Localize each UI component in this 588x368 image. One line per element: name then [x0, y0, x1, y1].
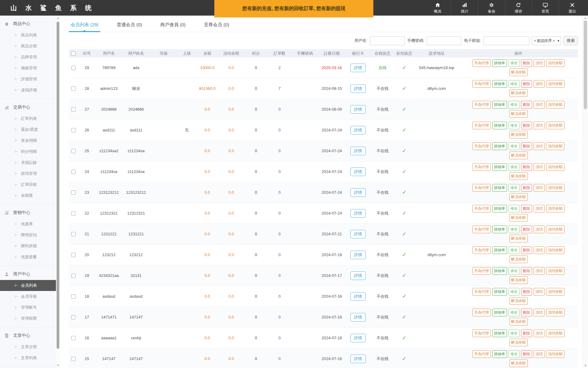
delete-button[interactable]: 刪除 — [521, 350, 532, 358]
member-orders-link[interactable]: 0 — [268, 128, 291, 132]
edit-button[interactable]: 修改 — [508, 205, 520, 212]
sidebar-item-会员等级[interactable]: ⊢会员等级 — [0, 291, 56, 302]
freeze-balance-button[interactable]: 冻结余額 — [546, 267, 564, 275]
topnav-stats[interactable]: 统计 — [451, 0, 478, 16]
page-scroll-up-icon[interactable]: ▲ — [583, 17, 588, 20]
delete-button[interactable]: 刪除 — [521, 184, 532, 192]
promote-agent-button[interactable]: 升為代理 — [472, 288, 491, 296]
member-orders-link[interactable]: 0 — [268, 336, 291, 340]
row-checkbox[interactable] — [71, 86, 76, 91]
unfreeze-balance-button[interactable]: 解冻余額 — [509, 276, 528, 284]
sidebar-item-商品列表[interactable]: ⊢商品列表 — [0, 30, 56, 41]
freeze-balance-button[interactable]: 冻结余額 — [546, 246, 564, 254]
edit-button[interactable]: 修改 — [508, 246, 520, 254]
email-input[interactable] — [483, 36, 529, 45]
edit-button[interactable]: 修改 — [508, 309, 520, 316]
unfreeze-balance-button[interactable]: 解冻余額 — [509, 235, 528, 242]
delete-button[interactable]: 刪除 — [521, 267, 532, 275]
username-input[interactable] — [370, 36, 405, 45]
member-orders-link[interactable]: 0 — [268, 252, 291, 257]
cart-button[interactable]: 購物車 — [492, 267, 507, 275]
sidebar-item-优惠券[interactable]: ⊢优惠券 — [0, 219, 56, 230]
member-orders-link[interactable]: 2 — [268, 65, 291, 70]
member-orders-link[interactable]: 0 — [268, 169, 291, 174]
freeze-button[interactable]: 冻结 — [534, 288, 545, 296]
cart-button[interactable]: 購物車 — [492, 205, 507, 212]
unfreeze-balance-button[interactable]: 解冻余額 — [509, 193, 528, 201]
edit-button[interactable]: 修改 — [508, 329, 520, 337]
sidebar-section-营销中心[interactable]: 营销中心 — [0, 207, 56, 219]
delete-button[interactable]: 刪除 — [521, 205, 532, 212]
member-orders-link[interactable]: 0 — [268, 273, 291, 278]
promote-agent-button[interactable]: 升為代理 — [472, 350, 491, 358]
edit-button[interactable]: 修改 — [508, 142, 520, 150]
unfreeze-balance-button[interactable]: 解冻余額 — [509, 131, 528, 138]
bank-details-button[interactable]: 詳情 — [350, 230, 366, 238]
sidebar-item-充值記錄[interactable]: ⊢充值記錄 — [0, 157, 56, 168]
tab-会员列表 (29)[interactable]: 会员列表 (29) — [69, 22, 100, 32]
sidebar-item-提現管理[interactable]: ⊢提現管理 — [0, 168, 56, 179]
promote-agent-button[interactable]: 升為代理 — [472, 309, 491, 316]
row-checkbox[interactable] — [71, 211, 76, 215]
sidebar-section-文章中心[interactable]: 文章中心 — [0, 330, 56, 341]
bank-details-button[interactable]: 詳情 — [350, 167, 366, 176]
delete-button[interactable]: 刪除 — [521, 142, 532, 150]
tab-商戶會員 (0)[interactable]: 商戶會員 (0) — [158, 22, 187, 32]
freeze-balance-button[interactable]: 冻结余額 — [546, 184, 564, 192]
freeze-button[interactable]: 冻结 — [534, 59, 545, 67]
promote-agent-button[interactable]: 升為代理 — [472, 267, 491, 275]
cart-button[interactable]: 購物車 — [492, 350, 507, 358]
delete-button[interactable]: 刪除 — [521, 329, 532, 337]
bank-details-button[interactable]: 詳情 — [350, 64, 366, 72]
sidebar-item-资金明细[interactable]: ⊢资金明细 — [0, 135, 56, 146]
freeze-balance-button[interactable]: 冻结余額 — [546, 80, 564, 88]
cart-button[interactable]: 購物車 — [492, 122, 507, 129]
bank-details-button[interactable]: 詳情 — [350, 251, 366, 259]
freeze-button[interactable]: 冻结 — [534, 309, 545, 316]
sidebar-item-会员列表[interactable]: ⊢会员列表 — [0, 280, 56, 291]
sidebar-item-品牌管理[interactable]: ⊢品牌管理 — [0, 52, 56, 63]
unfreeze-balance-button[interactable]: 解冻余額 — [509, 339, 528, 346]
member-orders-link[interactable]: 0 — [268, 211, 291, 215]
topnav-home[interactable]: 概况 — [424, 0, 451, 16]
cart-button[interactable]: 購物車 — [492, 101, 507, 109]
edit-button[interactable]: 修改 — [508, 80, 520, 88]
tab-至尊会员 (0)[interactable]: 至尊会员 (0) — [202, 22, 231, 32]
member-orders-link[interactable]: 0 — [268, 356, 291, 361]
tab-普通会员 (0)[interactable]: 普通会员 (0) — [115, 22, 144, 32]
sidebar-item-管理权限[interactable]: ⊢管理权限 — [0, 313, 56, 324]
freeze-button[interactable]: 冻结 — [534, 329, 545, 337]
cart-button[interactable]: 購物車 — [492, 246, 507, 254]
row-checkbox[interactable] — [71, 357, 76, 361]
sidebar-item-余額寶[interactable]: ⊢余額寶 — [0, 190, 56, 201]
select-all-checkbox[interactable] — [71, 51, 76, 56]
freeze-balance-button[interactable]: 冻结余額 — [546, 59, 564, 67]
bank-details-button[interactable]: 詳情 — [350, 334, 366, 342]
freeze-button[interactable]: 冻结 — [534, 205, 545, 212]
promote-agent-button[interactable]: 升為代理 — [472, 101, 491, 109]
edit-button[interactable]: 修改 — [508, 184, 520, 192]
sidebar-item-文章列表[interactable]: ⊢文章列表 — [0, 352, 56, 363]
member-orders-link[interactable]: 0 — [268, 149, 291, 153]
unfreeze-balance-button[interactable]: 解冻余額 — [509, 110, 528, 118]
row-checkbox[interactable] — [71, 336, 76, 340]
edit-button[interactable]: 修改 — [508, 122, 520, 129]
promote-agent-button[interactable]: 升為代理 — [472, 59, 491, 67]
sidebar-scrollbar-thumb[interactable] — [57, 22, 59, 349]
unfreeze-balance-button[interactable]: 解冻余額 — [509, 172, 528, 180]
topnav-refresh[interactable]: 缓存 — [505, 0, 532, 16]
promote-agent-button[interactable]: 升為代理 — [472, 329, 491, 337]
sidebar-scroll-up-icon[interactable]: ▲ — [56, 17, 60, 20]
row-checkbox[interactable] — [71, 274, 76, 278]
delete-button[interactable]: 刪除 — [521, 288, 532, 296]
sidebar-section-用戶中心[interactable]: 用戶中心 — [0, 268, 56, 280]
bank-details-button[interactable]: 詳情 — [350, 188, 366, 197]
unfreeze-balance-button[interactable]: 解冻余額 — [509, 359, 528, 367]
unfreeze-balance-button[interactable]: 解冻余額 — [509, 152, 528, 159]
edit-button[interactable]: 修改 — [508, 226, 520, 233]
sidebar-item-商品分類[interactable]: ⊢商品分類 — [0, 41, 56, 52]
freeze-button[interactable]: 冻结 — [534, 246, 545, 254]
member-orders-link[interactable]: 0 — [268, 107, 291, 112]
sidebar-item-文章分類[interactable]: ⊢文章分類 — [0, 341, 56, 352]
search-button[interactable]: 搜索 — [564, 36, 578, 45]
